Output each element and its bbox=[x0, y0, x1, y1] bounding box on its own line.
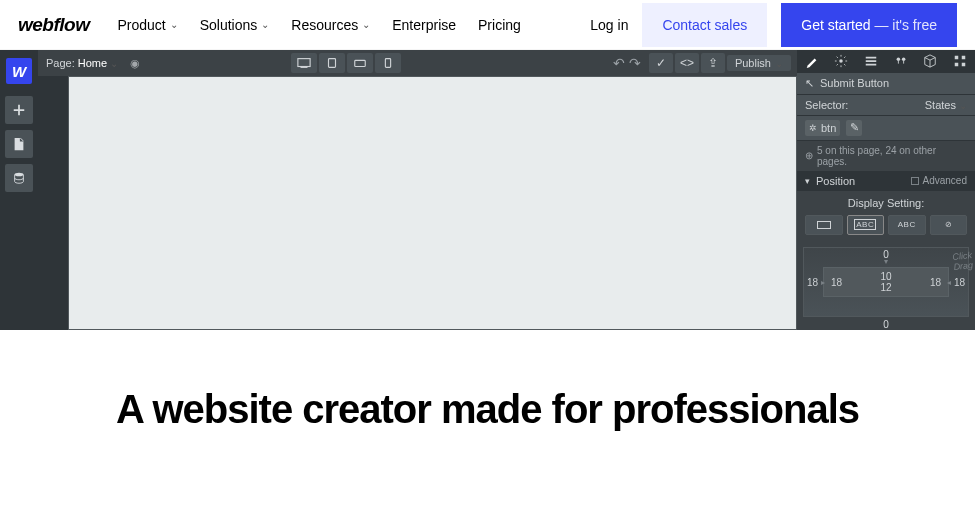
svg-rect-3 bbox=[354, 60, 365, 66]
nav-item-resources[interactable]: Resources⌄ bbox=[291, 17, 370, 33]
check-button[interactable]: ✓ bbox=[649, 53, 673, 73]
device-tablet-button[interactable] bbox=[319, 53, 345, 73]
style-panel: ↖ Submit Button Selector: States ⌄ ✲ btn… bbox=[797, 50, 975, 330]
edit-selector-button[interactable]: ✎ bbox=[846, 120, 862, 136]
get-started-label: Get started bbox=[801, 17, 870, 33]
style-tab-button[interactable] bbox=[801, 52, 823, 70]
nav-label: Product bbox=[117, 17, 165, 33]
cms-button[interactable] bbox=[5, 164, 33, 192]
position-section-header[interactable]: ▾ Position Advanced bbox=[797, 171, 975, 191]
svg-rect-9 bbox=[962, 56, 966, 60]
page-indicator[interactable]: Page: Home ⌄ bbox=[46, 57, 118, 69]
nav-item-enterprise[interactable]: Enterprise bbox=[392, 17, 456, 33]
center-column: Page: Home ⌄ ◉ ↶ ↷ ✓ <> ⇪ Publish⌄ bbox=[38, 50, 797, 330]
advanced-label: Advanced bbox=[923, 175, 967, 186]
margin-bottom-value[interactable]: 0 bbox=[797, 319, 975, 330]
submit-button-row[interactable]: ↖ Submit Button bbox=[797, 73, 975, 95]
collapse-icon: ▾ bbox=[805, 176, 810, 186]
svg-rect-11 bbox=[962, 63, 966, 67]
get-started-sub: — it's free bbox=[871, 17, 937, 33]
svg-rect-8 bbox=[955, 56, 959, 60]
svg-point-5 bbox=[840, 60, 844, 64]
hero-headline: A website creator made for professionals bbox=[20, 386, 955, 432]
svg-point-7 bbox=[902, 58, 906, 62]
handle-icon: ▾ bbox=[884, 257, 888, 266]
interactions-tab-button[interactable] bbox=[890, 52, 912, 70]
svg-rect-10 bbox=[955, 63, 959, 67]
inlineblock-label: ABC bbox=[854, 219, 876, 230]
padding-bottom-value[interactable]: 12 bbox=[880, 282, 891, 293]
position-label: Position bbox=[816, 175, 855, 187]
display-buttons: ABC ABC ⊘ bbox=[805, 215, 967, 235]
nav-item-pricing[interactable]: Pricing bbox=[478, 17, 521, 33]
chevron-down-icon: ⌄ bbox=[959, 100, 967, 111]
device-group bbox=[291, 53, 401, 73]
padding-left-value[interactable]: 18 bbox=[831, 276, 842, 287]
svg-rect-4 bbox=[385, 59, 390, 68]
chevron-down-icon: ⌄ bbox=[775, 58, 783, 69]
display-inline-button[interactable]: ABC bbox=[888, 215, 926, 235]
selector-value-row: ✲ btn ✎ bbox=[797, 116, 975, 141]
states-dropdown[interactable]: States ⌄ bbox=[925, 99, 967, 111]
top-nav: webflow Product⌄ Solutions⌄ Resources⌄ E… bbox=[0, 0, 975, 50]
margin-left-value[interactable]: 18 bbox=[807, 276, 818, 287]
handle-icon: ◂ bbox=[947, 277, 951, 286]
selector-chip[interactable]: ✲ btn bbox=[805, 120, 840, 136]
padding-top-value[interactable]: 10 bbox=[880, 271, 891, 282]
more-tab-button[interactable] bbox=[949, 52, 971, 70]
display-setting-label: Display Setting: bbox=[805, 197, 967, 209]
nav-label: Solutions bbox=[200, 17, 258, 33]
target-icon: ⊕ bbox=[805, 150, 813, 161]
device-tablet-landscape-button[interactable] bbox=[347, 53, 373, 73]
designer-ui: W Page: Home ⌄ ◉ ↶ ↷ ✓ <> ⇪ P bbox=[0, 50, 975, 330]
display-block-button[interactable] bbox=[805, 215, 843, 235]
selector-count-row: ⊕ 5 on this page, 24 on other pages. bbox=[797, 141, 975, 171]
svg-point-6 bbox=[896, 58, 900, 62]
code-button[interactable]: <> bbox=[675, 53, 699, 73]
margin-right-value[interactable]: 18 bbox=[954, 276, 965, 287]
settings-tab-button[interactable] bbox=[830, 52, 852, 70]
spacing-control[interactable]: 0 18 18 10 12 18 18 ClickDrag ▾ ▸ ◂ bbox=[803, 247, 969, 317]
preview-icon[interactable]: ◉ bbox=[130, 57, 140, 70]
cursor-icon: ↖ bbox=[805, 77, 814, 90]
nav-item-product[interactable]: Product⌄ bbox=[117, 17, 177, 33]
publish-button[interactable]: Publish⌄ bbox=[727, 55, 791, 71]
selector-value: btn bbox=[821, 122, 836, 134]
layout-tab-button[interactable] bbox=[860, 52, 882, 70]
svg-point-0 bbox=[15, 173, 24, 177]
submit-button-label: Submit Button bbox=[820, 77, 889, 89]
selector-count-text: 5 on this page, 24 on other pages. bbox=[817, 145, 967, 167]
add-element-button[interactable] bbox=[5, 96, 33, 124]
get-started-button[interactable]: Get started — it's free bbox=[781, 3, 957, 47]
advanced-toggle[interactable]: Advanced bbox=[911, 175, 967, 186]
display-inlineblock-button[interactable]: ABC bbox=[847, 215, 885, 235]
svg-rect-2 bbox=[328, 59, 335, 68]
pages-button[interactable] bbox=[5, 130, 33, 158]
publish-label: Publish bbox=[735, 57, 771, 69]
nav-item-solutions[interactable]: Solutions⌄ bbox=[200, 17, 270, 33]
device-desktop-button[interactable] bbox=[291, 53, 317, 73]
contact-sales-button[interactable]: Contact sales bbox=[642, 3, 767, 47]
all-icon: ✲ bbox=[809, 123, 817, 133]
canvas[interactable] bbox=[68, 76, 797, 330]
states-label: States bbox=[925, 99, 956, 111]
login-button[interactable]: Log in bbox=[590, 17, 628, 33]
display-setting: Display Setting: ABC ABC ⊘ bbox=[797, 191, 975, 241]
webflow-icon[interactable]: W bbox=[6, 58, 32, 84]
undo-redo: ↶ ↷ bbox=[611, 55, 643, 71]
undo-button[interactable]: ↶ bbox=[611, 55, 627, 71]
chevron-down-icon: ⌄ bbox=[170, 19, 178, 30]
checkbox-icon bbox=[911, 177, 919, 185]
page-label: Page: bbox=[46, 57, 75, 69]
display-none-button[interactable]: ⊘ bbox=[930, 215, 968, 235]
chevron-down-icon: ⌄ bbox=[362, 19, 370, 30]
right-tools: ↶ ↷ ✓ <> ⇪ Publish⌄ bbox=[611, 53, 791, 73]
device-mobile-button[interactable] bbox=[375, 53, 401, 73]
nav-label: Resources bbox=[291, 17, 358, 33]
logo[interactable]: webflow bbox=[18, 14, 89, 36]
padding-right-value[interactable]: 18 bbox=[930, 276, 941, 287]
redo-button[interactable]: ↷ bbox=[627, 55, 643, 71]
export-button[interactable]: ⇪ bbox=[701, 53, 725, 73]
box-tab-button[interactable] bbox=[919, 52, 941, 70]
hero-section: A website creator made for professionals bbox=[0, 330, 975, 472]
